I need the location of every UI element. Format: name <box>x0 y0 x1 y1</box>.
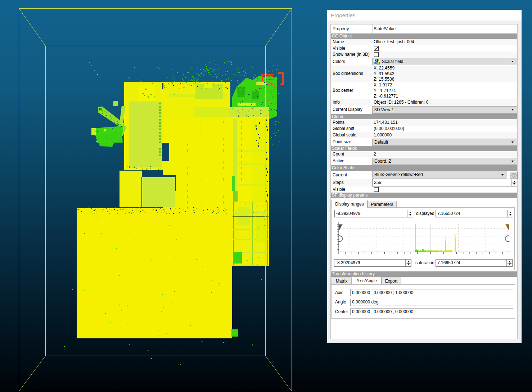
svg-text:SF: SF <box>375 59 379 63</box>
